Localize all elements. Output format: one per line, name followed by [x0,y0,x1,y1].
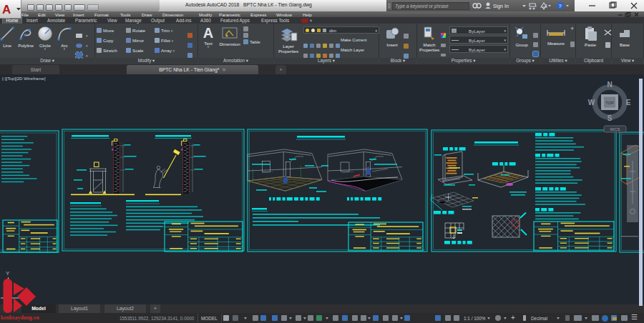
svg-text:S: S [608,114,613,122]
svg-text:N: N [607,81,612,89]
svg-text:Sign In: Sign In [493,4,509,9]
svg-text:E: E [626,99,631,106]
svg-text:[-][Top][2D Wireframe]: [-][Top][2D Wireframe] [2,76,46,81]
svg-text:?: ? [559,3,562,9]
svg-text:TOP: TOP [605,101,614,105]
svg-text:WCS: WCS [610,127,620,131]
svg-text:A: A [2,3,11,16]
svg-text:Y: Y [6,270,10,277]
svg-text:W: W [588,99,595,106]
